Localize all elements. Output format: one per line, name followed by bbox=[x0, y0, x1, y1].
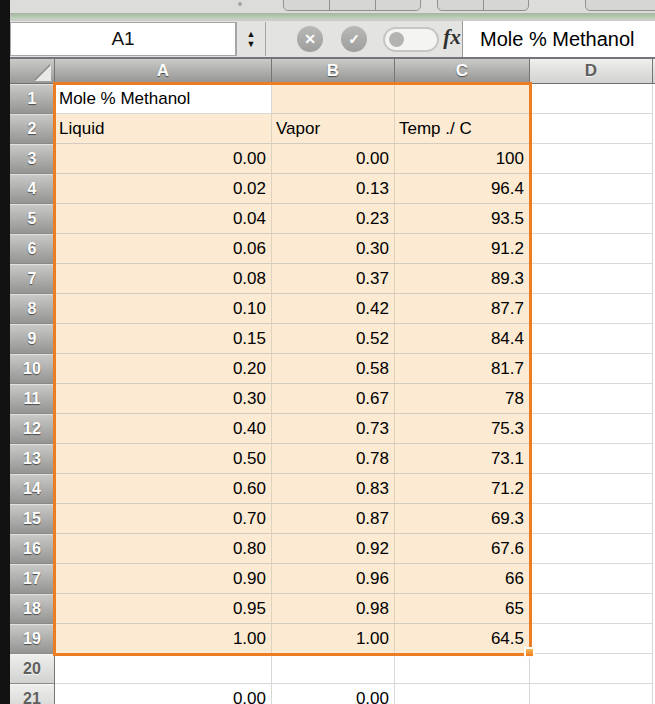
cell-C12[interactable]: 75.3 bbox=[395, 414, 530, 444]
cell-D17[interactable] bbox=[530, 564, 653, 594]
cell-C11[interactable]: 78 bbox=[395, 384, 530, 414]
cell-D18[interactable] bbox=[530, 594, 653, 624]
cell-C3[interactable]: 100 bbox=[395, 144, 530, 174]
cell-C16[interactable]: 67.6 bbox=[395, 534, 530, 564]
cell-D10[interactable] bbox=[530, 354, 653, 384]
cell-B19[interactable]: 1.00 bbox=[272, 624, 395, 654]
cell-C6[interactable]: 91.2 bbox=[395, 234, 530, 264]
cell-D9[interactable] bbox=[530, 324, 653, 354]
cell-A13[interactable]: 0.50 bbox=[55, 444, 272, 474]
cell-C18[interactable]: 65 bbox=[395, 594, 530, 624]
cell-B10[interactable]: 0.58 bbox=[272, 354, 395, 384]
cell-A5[interactable]: 0.04 bbox=[55, 204, 272, 234]
row-header-13[interactable]: 13 bbox=[10, 444, 55, 474]
cell-B2[interactable]: Vapor bbox=[272, 114, 395, 144]
cell-B11[interactable]: 0.67 bbox=[272, 384, 395, 414]
cell-B12[interactable]: 0.73 bbox=[272, 414, 395, 444]
row-header-14[interactable]: 14 bbox=[10, 474, 55, 504]
name-box-stepper[interactable]: ▲ ▼ bbox=[236, 22, 266, 56]
cell-D6[interactable] bbox=[530, 234, 653, 264]
cell-C1[interactable] bbox=[395, 84, 530, 114]
cell-B3[interactable]: 0.00 bbox=[272, 144, 395, 174]
cell-A9[interactable]: 0.15 bbox=[55, 324, 272, 354]
cell-D7[interactable] bbox=[530, 264, 653, 294]
cell-A3[interactable]: 0.00 bbox=[55, 144, 272, 174]
cell-D1[interactable] bbox=[530, 84, 653, 114]
cell-C14[interactable]: 71.2 bbox=[395, 474, 530, 504]
cell-A14[interactable]: 0.60 bbox=[55, 474, 272, 504]
cell-B8[interactable]: 0.42 bbox=[272, 294, 395, 324]
cell-C10[interactable]: 81.7 bbox=[395, 354, 530, 384]
cell-C21[interactable] bbox=[395, 684, 530, 704]
cell-B1[interactable] bbox=[272, 84, 395, 114]
cell-C20[interactable] bbox=[395, 654, 530, 684]
cell-A11[interactable]: 0.30 bbox=[55, 384, 272, 414]
cell-D21[interactable] bbox=[530, 684, 653, 704]
cell-D19[interactable] bbox=[530, 624, 653, 654]
cell-A10[interactable]: 0.20 bbox=[55, 354, 272, 384]
cell-C7[interactable]: 89.3 bbox=[395, 264, 530, 294]
row-header-12[interactable]: 12 bbox=[10, 414, 55, 444]
cell-C19[interactable]: 64.5 bbox=[395, 624, 530, 654]
cell-B4[interactable]: 0.13 bbox=[272, 174, 395, 204]
cell-A7[interactable]: 0.08 bbox=[55, 264, 272, 294]
cell-A6[interactable]: 0.06 bbox=[55, 234, 272, 264]
row-header-7[interactable]: 7 bbox=[10, 264, 55, 294]
cell-D12[interactable] bbox=[530, 414, 653, 444]
column-header-A[interactable]: A bbox=[55, 59, 272, 84]
cancel-icon[interactable]: ✕ bbox=[297, 26, 323, 52]
cell-A21[interactable]: 0.00 bbox=[55, 684, 272, 704]
cell-C4[interactable]: 96.4 bbox=[395, 174, 530, 204]
cell-B13[interactable]: 0.78 bbox=[272, 444, 395, 474]
cell-C8[interactable]: 87.7 bbox=[395, 294, 530, 324]
cell-B21[interactable]: 0.00 bbox=[272, 684, 395, 704]
stepper-up-icon[interactable]: ▲ bbox=[247, 30, 256, 39]
row-header-5[interactable]: 5 bbox=[10, 204, 55, 234]
cell-D8[interactable] bbox=[530, 294, 653, 324]
cell-C2[interactable]: Temp ./ C bbox=[395, 114, 530, 144]
cell-A8[interactable]: 0.10 bbox=[55, 294, 272, 324]
cell-A17[interactable]: 0.90 bbox=[55, 564, 272, 594]
row-header-9[interactable]: 9 bbox=[10, 324, 55, 354]
cell-D13[interactable] bbox=[530, 444, 653, 474]
row-header-1[interactable]: 1 bbox=[10, 84, 55, 114]
cell-B14[interactable]: 0.83 bbox=[272, 474, 395, 504]
cell-D4[interactable] bbox=[530, 174, 653, 204]
cell-A2[interactable]: Liquid bbox=[55, 114, 272, 144]
cell-C13[interactable]: 73.1 bbox=[395, 444, 530, 474]
select-all-corner[interactable] bbox=[10, 59, 55, 84]
row-header-6[interactable]: 6 bbox=[10, 234, 55, 264]
cell-C15[interactable]: 69.3 bbox=[395, 504, 530, 534]
row-header-11[interactable]: 11 bbox=[10, 384, 55, 414]
row-header-2[interactable]: 2 bbox=[10, 114, 55, 144]
formula-input[interactable]: Mole % Methanol bbox=[462, 21, 655, 57]
cell-D15[interactable] bbox=[530, 504, 653, 534]
cell-B15[interactable]: 0.87 bbox=[272, 504, 395, 534]
cell-D11[interactable] bbox=[530, 384, 653, 414]
cell-C9[interactable]: 84.4 bbox=[395, 324, 530, 354]
row-header-20[interactable]: 20 bbox=[10, 654, 55, 684]
cell-B17[interactable]: 0.96 bbox=[272, 564, 395, 594]
name-box[interactable]: A1 bbox=[10, 22, 236, 56]
cell-D5[interactable] bbox=[530, 204, 653, 234]
cell-A18[interactable]: 0.95 bbox=[55, 594, 272, 624]
stepper-down-icon[interactable]: ▼ bbox=[247, 40, 256, 49]
cell-D3[interactable] bbox=[530, 144, 653, 174]
cell-D20[interactable] bbox=[530, 654, 653, 684]
cell-A12[interactable]: 0.40 bbox=[55, 414, 272, 444]
cell-A4[interactable]: 0.02 bbox=[55, 174, 272, 204]
cell-A15[interactable]: 0.70 bbox=[55, 504, 272, 534]
row-header-4[interactable]: 4 bbox=[10, 174, 55, 204]
row-header-19[interactable]: 19 bbox=[10, 624, 55, 654]
cell-B18[interactable]: 0.98 bbox=[272, 594, 395, 624]
row-header-21[interactable]: 21 bbox=[10, 684, 55, 704]
accept-icon[interactable]: ✓ bbox=[341, 26, 367, 52]
row-header-15[interactable]: 15 bbox=[10, 504, 55, 534]
fill-handle[interactable] bbox=[524, 647, 535, 658]
row-header-18[interactable]: 18 bbox=[10, 594, 55, 624]
cell-B5[interactable]: 0.23 bbox=[272, 204, 395, 234]
cell-A16[interactable]: 0.80 bbox=[55, 534, 272, 564]
row-header-10[interactable]: 10 bbox=[10, 354, 55, 384]
cell-A19[interactable]: 1.00 bbox=[55, 624, 272, 654]
cell-A20[interactable] bbox=[55, 654, 272, 684]
